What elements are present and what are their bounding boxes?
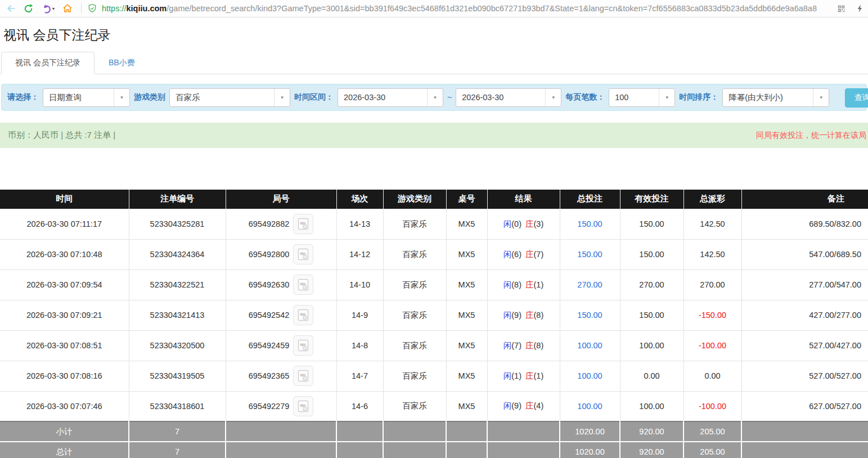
cell-total-bet: 150.00 xyxy=(560,239,620,270)
cell-remark: 527.00/427.00 xyxy=(741,330,868,361)
tab-bar: 视讯 会员下注纪录 BB小费 xyxy=(0,52,868,74)
chevron-down-icon[interactable]: ▾ xyxy=(545,89,561,106)
header-session: 场次 xyxy=(336,190,383,209)
cell-payout: 270.00 xyxy=(683,270,741,300)
player-label: 闲 xyxy=(503,311,512,320)
header-time: 时间 xyxy=(0,190,129,209)
total-bet-link[interactable]: 270.00 xyxy=(577,280,602,289)
cell-total-bet: 100.00 xyxy=(560,361,620,391)
cell-table-no: MX5 xyxy=(446,300,487,330)
cell-game-type: 百家乐 xyxy=(383,209,446,239)
address-bar[interactable]: https://kiqiiu.com/game/betrecord_search… xyxy=(87,3,832,14)
qr-code-button[interactable] xyxy=(833,1,849,16)
cell-result: 闲(6)庄(7) xyxy=(487,239,560,270)
chevron-down-icon[interactable]: ▾ xyxy=(813,89,829,106)
game-type-select[interactable]: 百家乐 ▾ xyxy=(169,88,290,107)
player-label: 闲 xyxy=(503,341,512,350)
total-empty xyxy=(226,442,336,458)
video-replay-button[interactable] xyxy=(293,275,313,295)
table-row: 2026-03-30 07:07:46 523304318601 6954922… xyxy=(0,391,868,421)
cell-bet-id: 523304322521 xyxy=(129,270,226,300)
bet-records-table: 时间 注单编号 局号 场次 游戏类别 桌号 结果 总投注 有效投注 总派彩 备注… xyxy=(0,190,868,458)
date-from-select[interactable]: 2026-03-30 ▾ xyxy=(338,88,443,107)
cell-round-no: 695492800 xyxy=(226,239,336,270)
page-size-select[interactable]: 100 ▾ xyxy=(609,88,675,107)
cell-game-type: 百家乐 xyxy=(383,361,446,391)
total-bet-link[interactable]: 100.00 xyxy=(577,341,602,350)
header-payout: 总派彩 xyxy=(683,190,741,209)
back-button[interactable] xyxy=(3,1,19,16)
lightning-button[interactable] xyxy=(852,1,868,16)
header-total-bet: 总投注 xyxy=(560,190,620,209)
video-replay-button[interactable] xyxy=(293,335,313,356)
time-range-label: 时间区间： xyxy=(294,92,334,102)
video-icon xyxy=(296,399,310,413)
shield-icon[interactable] xyxy=(87,3,97,14)
table-header-row: 时间 注单编号 局号 场次 游戏类别 桌号 结果 总投注 有效投注 总派彩 备注 xyxy=(0,190,868,209)
table-row: 2026-03-30 07:08:16 523304319505 6954923… xyxy=(0,361,868,391)
header-remark: 备注 xyxy=(741,190,868,209)
currency-total-text: 币别：人民币 | 总共 :7 注单 | xyxy=(8,130,115,141)
home-button[interactable] xyxy=(60,1,75,16)
video-replay-button[interactable] xyxy=(293,244,313,264)
refresh-button[interactable] xyxy=(20,1,36,16)
video-icon xyxy=(296,339,310,352)
cell-valid-bet: 150.00 xyxy=(620,239,683,270)
date-to-select[interactable]: 2026-03-30 ▾ xyxy=(456,88,561,107)
video-replay-button[interactable] xyxy=(293,366,313,386)
sort-select[interactable]: 降幂(由大到小) ▾ xyxy=(722,88,829,107)
cell-bet-id: 523304318601 xyxy=(129,391,226,421)
header-game-type: 游戏类别 xyxy=(383,190,446,209)
chevron-down-icon[interactable]: ▾ xyxy=(659,89,674,106)
banker-score: (7) xyxy=(534,250,544,259)
date-to-value: 2026-03-30 xyxy=(456,89,545,106)
chevron-down-icon[interactable]: ▾ xyxy=(427,89,443,106)
total-bet-link[interactable]: 150.00 xyxy=(577,311,602,320)
date-mode-value: 日期查询 xyxy=(43,89,114,106)
cell-round-no: 695492365 xyxy=(226,361,336,391)
cell-table-no: MX5 xyxy=(446,361,487,391)
summary-bar: 币别：人民币 | 总共 :7 注单 | 同局有效投注，统一计算在该局 xyxy=(0,123,868,148)
cell-game-type: 百家乐 xyxy=(383,300,446,330)
chevron-down-icon[interactable]: ▾ xyxy=(274,89,290,106)
cell-bet-id: 523304325281 xyxy=(129,209,226,239)
cell-table-no: MX5 xyxy=(446,270,487,300)
search-button[interactable]: 查询 xyxy=(845,88,868,107)
banker-label: 庄 xyxy=(525,311,534,320)
total-bet-link[interactable]: 150.00 xyxy=(577,250,602,259)
total-bet-link[interactable]: 100.00 xyxy=(577,402,602,411)
total-bet-link[interactable]: 100.00 xyxy=(577,371,602,380)
subtotal-empty xyxy=(446,421,487,442)
video-icon xyxy=(296,278,310,291)
cell-game-type: 百家乐 xyxy=(383,391,446,421)
video-replay-button[interactable] xyxy=(293,396,313,416)
video-replay-button[interactable] xyxy=(293,305,313,325)
cell-remark: 527.00/527.00 xyxy=(741,361,868,391)
header-table-no: 桌号 xyxy=(446,190,487,209)
cell-remark: 277.00/547.00 xyxy=(741,270,868,300)
undo-button[interactable]: ▾ xyxy=(37,1,59,16)
cell-result: 闲(9)庄(4) xyxy=(487,391,560,421)
banker-label: 庄 xyxy=(525,341,534,350)
player-score: (0) xyxy=(511,219,521,228)
banker-label: 庄 xyxy=(525,250,534,259)
player-label: 闲 xyxy=(503,401,512,410)
subtotal-empty xyxy=(226,421,336,442)
cell-valid-bet: 150.00 xyxy=(620,209,683,239)
tab-bet-records[interactable]: 视讯 会员下注纪录 xyxy=(1,52,95,74)
cell-round-no: 695492459 xyxy=(226,330,336,361)
total-bet-link[interactable]: 150.00 xyxy=(577,219,602,228)
url-text[interactable]: https://kiqiiu.com/game/betrecord_search… xyxy=(102,4,817,13)
subtotal-empty xyxy=(741,421,868,442)
player-score: (8) xyxy=(511,280,521,289)
date-mode-select[interactable]: 日期查询 ▾ xyxy=(43,88,130,107)
player-label: 闲 xyxy=(503,371,512,380)
tab-bb-tips[interactable]: BB小费 xyxy=(95,52,149,74)
banker-score: (1) xyxy=(534,280,544,289)
select-label: 请选择： xyxy=(7,92,39,102)
chevron-down-icon[interactable]: ▾ xyxy=(114,89,129,106)
video-replay-button[interactable] xyxy=(293,214,313,234)
banker-score: (8) xyxy=(534,311,544,320)
total-empty xyxy=(741,442,868,458)
round-no-text: 695492365 xyxy=(249,371,290,380)
